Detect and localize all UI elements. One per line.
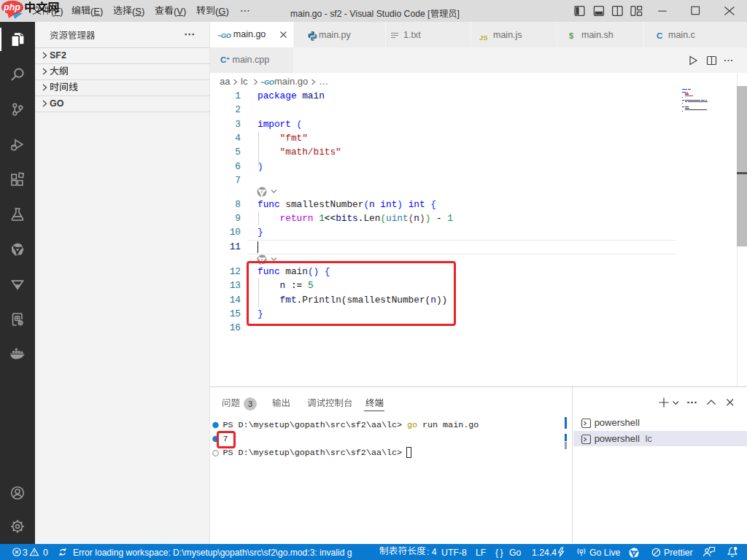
svg-text:php: php xyxy=(3,2,20,12)
